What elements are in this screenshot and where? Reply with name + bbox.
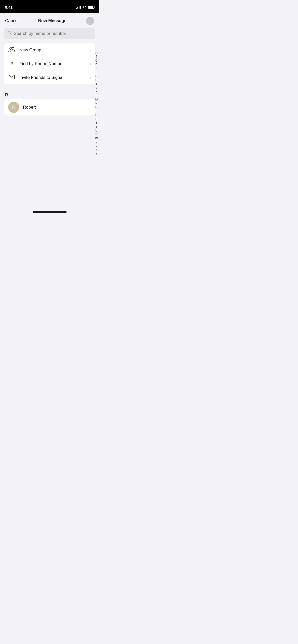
alpha-K[interactable]: K [96, 90, 97, 93]
status-time: 9:41 [5, 5, 12, 9]
alpha-J[interactable]: J [96, 86, 97, 90]
alpha-N[interactable]: N [96, 101, 98, 105]
status-bar: 9:41 [0, 0, 99, 13]
page-title: New Message [38, 18, 67, 23]
search-bar [4, 28, 95, 39]
alpha-F[interactable]: F [96, 70, 97, 74]
alpha-Z[interactable]: Z [96, 148, 97, 152]
options-list: New Group › # Find by Phone Number › Inv… [4, 43, 95, 84]
new-group-label: New Group [19, 48, 86, 53]
chevron-right-icon: › [90, 75, 91, 80]
alpha-S[interactable]: S [96, 121, 97, 124]
svg-point-1 [12, 47, 14, 49]
alpha-I[interactable]: I [96, 82, 97, 85]
hash-icon: # [8, 61, 15, 67]
search-container [0, 28, 99, 43]
alpha-B[interactable]: B [96, 55, 97, 58]
alpha-R[interactable]: R [96, 117, 98, 121]
signal-bars-icon [76, 6, 81, 9]
alpha-L[interactable]: L [96, 94, 97, 97]
search-icon [8, 31, 12, 36]
invite-friends-label: Invite Friends to Signal [19, 75, 86, 80]
find-by-phone-label: Find by Phone Number [19, 61, 86, 66]
contact-name: Robert [23, 105, 36, 110]
avatar: R [8, 102, 19, 113]
alpha-G[interactable]: G [96, 74, 98, 78]
alpha-P[interactable]: P [96, 109, 97, 113]
alpha-A[interactable]: A [96, 51, 97, 54]
wifi-icon [82, 5, 86, 9]
alpha-D[interactable]: D [96, 63, 98, 66]
alpha-hash[interactable]: # [96, 152, 97, 156]
new-group-item[interactable]: New Group › [4, 43, 95, 57]
alpha-Q[interactable]: Q [96, 113, 98, 117]
envelope-icon [8, 74, 15, 81]
alpha-X[interactable]: X [96, 140, 97, 144]
home-indicator [33, 211, 67, 213]
group-icon [8, 47, 15, 53]
battery-icon [88, 6, 94, 9]
alpha-O[interactable]: O [96, 105, 98, 109]
invite-friends-item[interactable]: Invite Friends to Signal › [4, 71, 95, 84]
chevron-right-icon: › [90, 62, 91, 66]
alpha-W[interactable]: W [95, 137, 98, 140]
alpha-C[interactable]: C [96, 59, 98, 62]
alpha-V[interactable]: V [96, 133, 97, 136]
compose-button[interactable] [86, 17, 94, 25]
contact-item-robert[interactable]: R Robert [4, 99, 95, 115]
nav-header: Cancel New Message [0, 13, 99, 28]
alpha-H[interactable]: H [96, 78, 98, 82]
search-input[interactable] [14, 31, 92, 36]
alpha-T[interactable]: T [96, 125, 97, 128]
alpha-Y[interactable]: Y [96, 144, 97, 148]
alpha-E[interactable]: E [96, 66, 97, 70]
alpha-U[interactable]: U [96, 129, 98, 132]
status-icons [76, 5, 94, 9]
contacts-list: R Robert [4, 99, 95, 115]
section-header-r: R [0, 91, 99, 99]
cancel-button[interactable]: Cancel [5, 18, 19, 23]
svg-point-0 [10, 47, 12, 49]
find-by-phone-item[interactable]: # Find by Phone Number › [4, 57, 95, 71]
alphabet-index: A B C D E F G H I J K L M N O P Q R S T … [95, 51, 98, 156]
alpha-M[interactable]: M [95, 98, 98, 101]
chevron-right-icon: › [90, 48, 91, 52]
